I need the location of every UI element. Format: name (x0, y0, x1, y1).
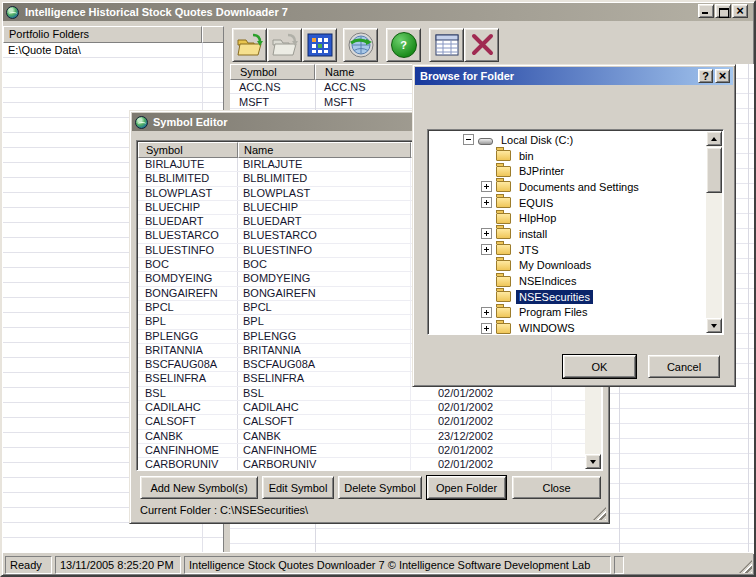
symbol-row[interactable]: CADILAHC CADILAHC 02/01/2002 (138, 401, 585, 415)
minimize-button[interactable] (698, 4, 714, 18)
symbol-cell[interactable]: BLUEDART (138, 215, 238, 228)
expand-toggle-icon[interactable] (463, 134, 474, 145)
delete-symbol-button[interactable]: Delete Symbol (338, 476, 422, 499)
exit-button[interactable] (464, 28, 499, 62)
symbol-column-header[interactable]: Symbol (230, 64, 315, 80)
ok-button[interactable]: OK (563, 355, 636, 378)
name-cell[interactable]: CARBORUNIV (238, 458, 411, 471)
tree-item-label[interactable]: JTS (516, 243, 542, 257)
symbol-cell[interactable]: BPCL (138, 301, 238, 314)
date-cell[interactable]: 02/01/2002 (411, 401, 552, 414)
tree-item[interactable]: bin (429, 148, 706, 164)
name-cell[interactable]: BOMDYEING (238, 272, 411, 285)
name-cell[interactable]: BPLENGG (238, 330, 411, 343)
date-cell[interactable]: 02/01/2002 (411, 444, 552, 457)
tree-item-label[interactable]: install (516, 227, 550, 241)
maximize-button[interactable] (715, 4, 731, 18)
name-column-header[interactable]: Name (238, 142, 411, 158)
open-folder-button[interactable]: Open Folder (427, 476, 506, 499)
symbol-cell[interactable]: BSELINFRA (138, 372, 238, 385)
tree-item[interactable]: WINDOWS (429, 320, 706, 335)
name-cell[interactable]: BSL (238, 387, 411, 400)
symbol-cell[interactable]: CANFINHOME (138, 444, 238, 457)
symbol-cell[interactable]: BPL (138, 315, 238, 328)
dialog-close-button[interactable] (715, 69, 730, 83)
name-cell[interactable]: BLUESTINFO (238, 244, 411, 257)
tree-item[interactable]: JTS (429, 242, 706, 258)
symbol-row[interactable]: CANFINHOME CANFINHOME 02/01/2002 (138, 444, 585, 458)
symbol-cell[interactable]: CALSOFT (138, 415, 238, 428)
grid-view-button[interactable] (302, 28, 337, 62)
folder-tree[interactable]: Local Disk (C:) bin BJPrinter (427, 129, 724, 335)
symbol-cell[interactable]: CARBORUNIV (138, 458, 238, 471)
name-cell[interactable]: BPCL (238, 301, 411, 314)
name-cell[interactable]: CANBK (238, 430, 411, 443)
tree-item-label[interactable]: EQUIS (516, 196, 556, 210)
tree-item[interactable]: Local Disk (C:) (429, 132, 706, 148)
expand-toggle-icon[interactable] (481, 244, 492, 255)
symbol-cell[interactable]: MSFT (230, 95, 315, 110)
cancel-button[interactable]: Cancel (648, 355, 720, 378)
symbol-cell[interactable]: BLUESTARCO (138, 229, 238, 242)
symbol-cell[interactable]: BLUECHIP (138, 201, 238, 214)
resize-grip[interactable] (593, 507, 606, 520)
portfolio-folders-header[interactable]: Portfolio Folders (3, 26, 224, 43)
name-cell[interactable]: BONGAIREFN (238, 287, 411, 300)
close-button[interactable] (732, 4, 748, 18)
tree-item-label[interactable]: HIpHop (516, 211, 559, 225)
name-cell[interactable]: BLUEDART (238, 215, 411, 228)
date-cell[interactable]: 02/01/2002 (411, 415, 552, 428)
symbol-cell[interactable]: ACC.NS (230, 80, 315, 95)
name-cell[interactable]: CADILAHC (238, 401, 411, 414)
browse-dialog-titlebar[interactable]: Browse for Folder (415, 67, 733, 85)
tree-item[interactable]: Program Files (429, 305, 706, 321)
tree-item[interactable]: EQUIS (429, 195, 706, 211)
symbol-cell[interactable]: CADILAHC (138, 401, 238, 414)
symbol-row[interactable]: CALSOFT CALSOFT 02/01/2002 (138, 415, 585, 429)
name-cell[interactable]: BLOWPLAST (238, 187, 411, 200)
name-cell[interactable]: CANFINHOME (238, 444, 411, 457)
name-cell[interactable]: BRITANNIA (238, 344, 411, 357)
tree-item-label[interactable]: NSEIndices (516, 274, 579, 288)
symbol-cell[interactable]: BLOWPLAST (138, 187, 238, 200)
symbol-cell[interactable]: BLUESTINFO (138, 244, 238, 257)
tree-item-label[interactable]: Local Disk (C:) (498, 133, 576, 147)
scroll-up-icon[interactable] (706, 131, 722, 146)
tree-item[interactable]: NSESecurities (429, 289, 706, 305)
symbol-cell[interactable]: BOC (138, 258, 238, 271)
symbol-cell[interactable]: BSL (138, 387, 238, 400)
symbol-column-header[interactable]: Symbol (138, 142, 238, 158)
expand-toggle-icon[interactable] (481, 307, 492, 318)
scrollbar-thumb[interactable] (706, 147, 722, 193)
symbol-cell[interactable]: BOMDYEING (138, 272, 238, 285)
expand-toggle-icon[interactable] (481, 323, 492, 334)
tree-item[interactable]: NSEIndices (429, 273, 706, 289)
name-cell[interactable]: BPL (238, 315, 411, 328)
tree-item-label[interactable]: Documents and Settings (516, 180, 642, 194)
portfolio-folder-item[interactable]: E:\Quote Data\ (3, 43, 223, 58)
close-button[interactable]: Close (512, 476, 601, 499)
symbol-row[interactable]: CARBORUNIV CARBORUNIV 02/01/2002 (138, 458, 585, 471)
tree-item-label[interactable]: BJPrinter (516, 164, 567, 178)
symbol-cell[interactable]: BIRLAJUTE (138, 158, 238, 171)
name-cell[interactable]: BOC (238, 258, 411, 271)
name-cell[interactable]: CALSOFT (238, 415, 411, 428)
tree-item[interactable]: BJPrinter (429, 163, 706, 179)
tree-item[interactable]: Documents and Settings (429, 179, 706, 195)
tree-vertical-scrollbar[interactable] (706, 131, 722, 333)
scroll-down-icon[interactable] (585, 454, 601, 469)
symbol-cell[interactable]: BRITANNIA (138, 344, 238, 357)
symbol-cell[interactable]: BSCFAUG08A (138, 358, 238, 371)
edit-symbol-button[interactable]: Edit Symbol (262, 476, 334, 499)
date-cell[interactable]: 02/01/2002 (411, 458, 552, 471)
scroll-down-icon[interactable] (706, 318, 722, 333)
add-new-symbols-button[interactable]: Add New Symbol(s) (140, 476, 258, 499)
main-titlebar[interactable]: Intelligence Historical Stock Quotes Dow… (3, 3, 753, 21)
name-cell[interactable]: BIRLAJUTE (238, 158, 411, 171)
tree-item-label[interactable]: Program Files (516, 305, 590, 319)
tree-item-label[interactable]: bin (516, 149, 537, 163)
expand-toggle-icon[interactable] (481, 197, 492, 208)
symbol-cell[interactable]: BPLENGG (138, 330, 238, 343)
symbol-table-button[interactable] (429, 28, 464, 62)
open-folder-button[interactable] (232, 28, 267, 62)
